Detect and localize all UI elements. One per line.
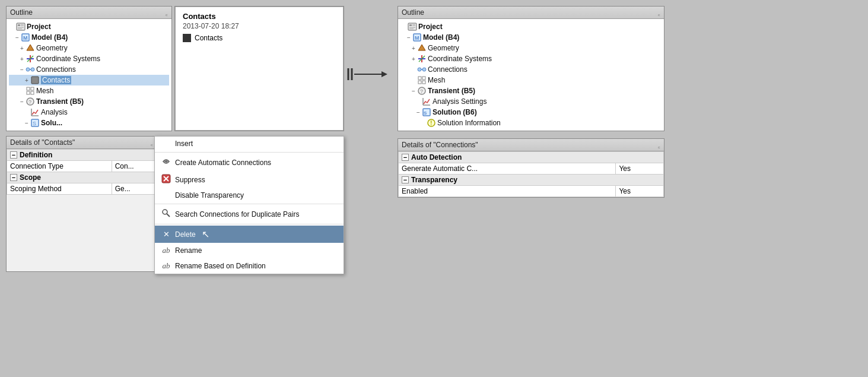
right-details-col1-generate: Generate Automatic C... bbox=[399, 163, 616, 175]
contacts-info-panel: Contacts 2013-07-20 18:27 Contacts bbox=[174, 6, 344, 131]
menu-item-create-auto[interactable]: Create Automatic Connections bbox=[155, 154, 344, 171]
svg-rect-54 bbox=[418, 81, 421, 84]
context-menu-wrapper: Insert Create Automatic Connections Supp… bbox=[154, 136, 344, 274]
menu-item-delete[interactable]: ✕ Delete ↖ bbox=[155, 226, 344, 243]
svg-rect-3 bbox=[21, 26, 24, 26]
svg-marker-8 bbox=[27, 45, 34, 50]
right-outline-pin[interactable]: ꜀ bbox=[658, 9, 660, 17]
right-tree-label-geometry: Geometry bbox=[428, 44, 459, 52]
right-section-transparency: − Transparency bbox=[399, 175, 664, 186]
separator-2 bbox=[155, 204, 344, 204]
right-tree-item-solution[interactable]: − S Solution (B6) bbox=[400, 107, 662, 118]
right-tree-item-coord[interactable]: + Coordinate Systems bbox=[400, 53, 662, 64]
menu-item-rename-def[interactable]: ab Rename Based on Definition bbox=[155, 258, 344, 274]
right-tree-item-analysis[interactable]: Analysis Settings bbox=[400, 96, 662, 107]
svg-point-31 bbox=[163, 210, 167, 214]
svg-text:!: ! bbox=[430, 120, 432, 126]
svg-rect-19 bbox=[31, 91, 34, 94]
right-tree-item-transient[interactable]: − ? Transient (B5) bbox=[400, 85, 662, 96]
menu-item-rename[interactable]: ab Rename bbox=[155, 243, 344, 258]
suppress-icon bbox=[161, 174, 171, 185]
tree-item-connections[interactable]: − Connections bbox=[9, 64, 169, 75]
solution-icon: S bbox=[30, 118, 40, 128]
right-tree-item-sol-info[interactable]: ! Solution Information bbox=[400, 118, 662, 128]
right-coord-icon bbox=[417, 54, 427, 64]
delete-icon: ✕ bbox=[161, 230, 171, 239]
right-tree-label-analysis: Analysis Settings bbox=[433, 97, 487, 106]
connections-icon bbox=[26, 65, 35, 74]
svg-rect-4 bbox=[18, 27, 24, 28]
right-expander-model[interactable]: − bbox=[405, 34, 412, 41]
right-details-col1-enabled: Enabled bbox=[399, 186, 616, 197]
menu-label-search-dup: Search Connections for Duplicate Pairs bbox=[175, 210, 299, 218]
tree-item-analysis[interactable]: Analysis bbox=[9, 107, 169, 118]
tree-item-mesh[interactable]: Mesh bbox=[9, 85, 169, 96]
right-tree-item-geometry[interactable]: + Geometry bbox=[400, 43, 662, 53]
left-outline-title-bar: Outline ꜀ bbox=[7, 7, 171, 19]
svg-rect-37 bbox=[408, 23, 416, 30]
rename-icon: ab bbox=[161, 246, 171, 255]
tree-label-model: Model (B4) bbox=[31, 33, 68, 42]
right-project-icon bbox=[408, 22, 417, 31]
menu-item-suppress[interactable]: Suppress bbox=[155, 171, 344, 188]
section-minus-scope[interactable]: − bbox=[10, 174, 17, 181]
details-row-scoping: Scoping Method Ge... bbox=[7, 183, 157, 195]
expander-transient[interactable]: − bbox=[18, 99, 26, 105]
tree-label-coord: Coordinate Systems bbox=[36, 55, 100, 63]
right-section-minus-auto[interactable]: − bbox=[402, 154, 409, 161]
tree-item-transient[interactable]: − ? Transient (B5) bbox=[9, 96, 169, 107]
svg-line-32 bbox=[167, 214, 170, 217]
details-col2-scoping: Ge... bbox=[112, 183, 156, 195]
expander-coord[interactable]: + bbox=[18, 56, 26, 62]
menu-label-create-auto: Create Automatic Connections bbox=[175, 159, 271, 167]
right-section-minus-transparency[interactable]: − bbox=[402, 176, 409, 183]
contacts-info-date: 2013-07-20 18:27 bbox=[183, 22, 336, 30]
details-col1-scoping: Scoping Method bbox=[7, 183, 112, 195]
tree-item-geometry[interactable]: + Geometry bbox=[9, 43, 169, 53]
expander-geometry[interactable]: + bbox=[18, 45, 26, 52]
svg-marker-36 bbox=[381, 71, 387, 77]
expander-model[interactable]: − bbox=[14, 34, 21, 41]
right-outline-panel: Outline ꜀ Project − M Model (B4) + Geome… bbox=[398, 6, 664, 131]
right-section-label-transparency: Transparency bbox=[411, 176, 457, 184]
svg-rect-0 bbox=[17, 23, 25, 30]
right-tree-item-project[interactable]: Project bbox=[400, 21, 662, 32]
right-solution-icon: S bbox=[422, 107, 431, 117]
svg-rect-39 bbox=[412, 24, 415, 25]
mesh-icon bbox=[26, 86, 35, 96]
svg-rect-15 bbox=[31, 77, 39, 84]
right-details-col2-enabled: Yes bbox=[616, 186, 664, 197]
tree-item-project[interactable]: Project bbox=[9, 21, 169, 32]
menu-item-search-dup[interactable]: Search Connections for Duplicate Pairs bbox=[155, 205, 344, 223]
tree-label-geometry: Geometry bbox=[36, 44, 68, 52]
expander-contacts[interactable]: + bbox=[23, 77, 30, 84]
svg-text:M: M bbox=[23, 35, 28, 41]
left-details-pin[interactable]: ꜀ bbox=[151, 139, 153, 147]
tree-item-model[interactable]: − M Model (B4) bbox=[9, 32, 169, 43]
right-tree-item-model[interactable]: − M Model (B4) bbox=[400, 32, 662, 43]
tree-label-solution: Solu... bbox=[41, 119, 62, 127]
tree-item-solution[interactable]: − S Solu... bbox=[9, 118, 169, 128]
right-expander-geometry[interactable]: + bbox=[410, 45, 417, 52]
svg-rect-16 bbox=[27, 87, 30, 90]
contacts-info-title: Contacts bbox=[183, 12, 336, 21]
right-expander-transient[interactable]: − bbox=[410, 88, 417, 94]
right-tree-item-mesh[interactable]: Mesh bbox=[400, 75, 662, 85]
section-minus-definition[interactable]: − bbox=[10, 151, 17, 159]
right-details-pin[interactable]: ꜀ bbox=[658, 141, 660, 149]
right-tree-item-connections[interactable]: Connections bbox=[400, 64, 662, 75]
contacts-color-box bbox=[183, 34, 191, 42]
tree-item-contacts[interactable]: + Contacts bbox=[9, 75, 169, 85]
right-expander-coord[interactable]: + bbox=[410, 56, 417, 62]
right-outline-title: Outline bbox=[402, 8, 424, 17]
expander-connections[interactable]: − bbox=[18, 66, 26, 73]
svg-text:?: ? bbox=[420, 88, 423, 94]
tree-item-coord[interactable]: + Coordinate Systems bbox=[9, 53, 169, 64]
expander-solution[interactable]: − bbox=[23, 120, 30, 126]
right-expander-solution[interactable]: − bbox=[415, 109, 422, 116]
right-details-row-enabled: Enabled Yes bbox=[399, 186, 664, 197]
left-outline-pin[interactable]: ꜀ bbox=[166, 9, 168, 17]
right-details-row-generate: Generate Automatic C... Yes bbox=[399, 163, 664, 175]
menu-item-disable-transparency[interactable]: Disable Transparency bbox=[155, 188, 344, 202]
menu-item-insert[interactable]: Insert bbox=[155, 137, 344, 151]
